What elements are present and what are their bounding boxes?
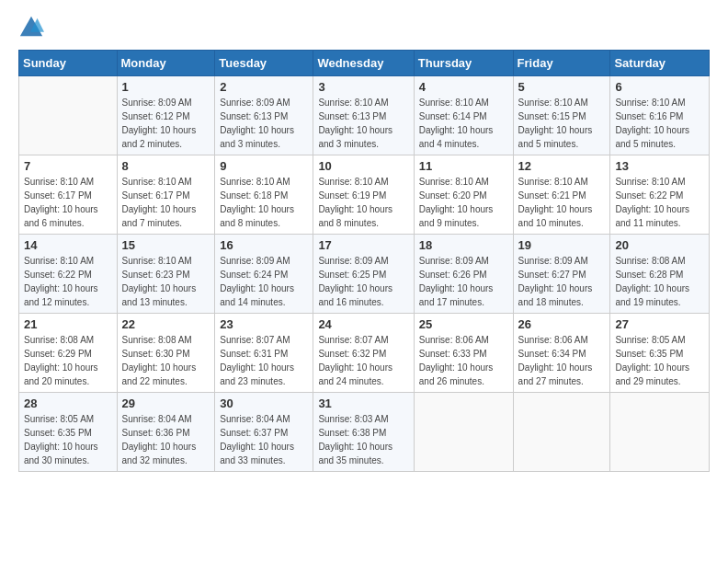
calendar-cell: 25Sunrise: 8:06 AMSunset: 6:33 PMDayligh… [414, 314, 513, 393]
day-number: 9 [220, 159, 308, 173]
day-number: 20 [615, 238, 704, 252]
day-of-week-header: Monday [117, 51, 215, 76]
calendar-cell: 30Sunrise: 8:04 AMSunset: 6:37 PMDayligh… [215, 393, 313, 472]
calendar-cell: 31Sunrise: 8:03 AMSunset: 6:38 PMDayligh… [313, 393, 414, 472]
day-info: Sunrise: 8:05 AMSunset: 6:35 PMDaylight:… [24, 412, 112, 467]
calendar-cell: 28Sunrise: 8:05 AMSunset: 6:35 PMDayligh… [19, 393, 118, 472]
calendar-week-row: 1Sunrise: 8:09 AMSunset: 6:12 PMDaylight… [19, 76, 710, 155]
day-number: 4 [419, 80, 508, 94]
calendar-week-row: 14Sunrise: 8:10 AMSunset: 6:22 PMDayligh… [19, 235, 710, 314]
day-number: 26 [518, 317, 606, 331]
calendar-cell: 16Sunrise: 8:09 AMSunset: 6:24 PMDayligh… [215, 235, 313, 314]
day-of-week-header: Tuesday [215, 51, 313, 76]
calendar-cell: 6Sunrise: 8:10 AMSunset: 6:16 PMDaylight… [610, 76, 710, 155]
day-info: Sunrise: 8:09 AMSunset: 6:26 PMDaylight:… [419, 254, 508, 309]
day-info: Sunrise: 8:04 AMSunset: 6:36 PMDaylight:… [122, 412, 210, 467]
logo [18, 15, 48, 40]
day-number: 7 [24, 159, 112, 173]
day-info: Sunrise: 8:10 AMSunset: 6:17 PMDaylight:… [24, 175, 112, 230]
day-info: Sunrise: 8:06 AMSunset: 6:33 PMDaylight:… [419, 333, 508, 388]
calendar-header-row: SundayMondayTuesdayWednesdayThursdayFrid… [19, 51, 710, 76]
day-number: 10 [318, 159, 408, 173]
day-number: 1 [122, 80, 210, 94]
calendar-cell: 1Sunrise: 8:09 AMSunset: 6:12 PMDaylight… [117, 76, 215, 155]
day-info: Sunrise: 8:10 AMSunset: 6:17 PMDaylight:… [122, 175, 210, 230]
day-number: 2 [220, 80, 308, 94]
calendar-cell [19, 76, 118, 155]
calendar-cell: 3Sunrise: 8:10 AMSunset: 6:13 PMDaylight… [313, 76, 414, 155]
day-info: Sunrise: 8:10 AMSunset: 6:21 PMDaylight:… [518, 175, 606, 230]
day-info: Sunrise: 8:08 AMSunset: 6:28 PMDaylight:… [615, 254, 704, 309]
day-of-week-header: Wednesday [313, 51, 414, 76]
day-number: 17 [318, 238, 408, 252]
day-number: 25 [419, 317, 508, 331]
calendar-cell [610, 393, 710, 472]
day-info: Sunrise: 8:09 AMSunset: 6:24 PMDaylight:… [220, 254, 308, 309]
calendar-cell: 2Sunrise: 8:09 AMSunset: 6:13 PMDaylight… [215, 76, 313, 155]
day-info: Sunrise: 8:09 AMSunset: 6:27 PMDaylight:… [518, 254, 606, 309]
day-info: Sunrise: 8:10 AMSunset: 6:22 PMDaylight:… [24, 254, 112, 309]
day-info: Sunrise: 8:10 AMSunset: 6:13 PMDaylight:… [318, 96, 408, 151]
day-info: Sunrise: 8:10 AMSunset: 6:22 PMDaylight:… [615, 175, 704, 230]
calendar-cell: 19Sunrise: 8:09 AMSunset: 6:27 PMDayligh… [513, 235, 610, 314]
calendar-cell: 10Sunrise: 8:10 AMSunset: 6:19 PMDayligh… [313, 155, 414, 235]
logo-icon [18, 15, 44, 40]
day-info: Sunrise: 8:07 AMSunset: 6:32 PMDaylight:… [318, 333, 408, 388]
day-number: 30 [220, 396, 308, 410]
calendar-cell: 23Sunrise: 8:07 AMSunset: 6:31 PMDayligh… [215, 314, 313, 393]
day-info: Sunrise: 8:10 AMSunset: 6:20 PMDaylight:… [419, 175, 508, 230]
calendar-week-row: 7Sunrise: 8:10 AMSunset: 6:17 PMDaylight… [19, 155, 710, 235]
day-number: 28 [24, 396, 112, 410]
calendar-cell: 12Sunrise: 8:10 AMSunset: 6:21 PMDayligh… [513, 155, 610, 235]
day-info: Sunrise: 8:06 AMSunset: 6:34 PMDaylight:… [518, 333, 606, 388]
calendar-cell: 7Sunrise: 8:10 AMSunset: 6:17 PMDaylight… [19, 155, 118, 235]
calendar-cell: 4Sunrise: 8:10 AMSunset: 6:14 PMDaylight… [414, 76, 513, 155]
day-number: 23 [220, 317, 308, 331]
calendar-cell: 8Sunrise: 8:10 AMSunset: 6:17 PMDaylight… [117, 155, 215, 235]
calendar-cell: 20Sunrise: 8:08 AMSunset: 6:28 PMDayligh… [610, 235, 710, 314]
page-header [18, 15, 710, 40]
calendar-cell: 21Sunrise: 8:08 AMSunset: 6:29 PMDayligh… [19, 314, 118, 393]
day-number: 8 [122, 159, 210, 173]
day-number: 27 [615, 317, 704, 331]
calendar-cell: 14Sunrise: 8:10 AMSunset: 6:22 PMDayligh… [19, 235, 118, 314]
calendar-cell: 13Sunrise: 8:10 AMSunset: 6:22 PMDayligh… [610, 155, 710, 235]
calendar-cell [414, 393, 513, 472]
day-info: Sunrise: 8:09 AMSunset: 6:25 PMDaylight:… [318, 254, 408, 309]
day-of-week-header: Sunday [19, 51, 118, 76]
calendar-cell: 26Sunrise: 8:06 AMSunset: 6:34 PMDayligh… [513, 314, 610, 393]
calendar-cell: 5Sunrise: 8:10 AMSunset: 6:15 PMDaylight… [513, 76, 610, 155]
day-info: Sunrise: 8:10 AMSunset: 6:14 PMDaylight:… [419, 96, 508, 151]
day-of-week-header: Friday [513, 51, 610, 76]
day-info: Sunrise: 8:10 AMSunset: 6:16 PMDaylight:… [615, 96, 704, 151]
day-number: 31 [318, 396, 408, 410]
calendar-week-row: 21Sunrise: 8:08 AMSunset: 6:29 PMDayligh… [19, 314, 710, 393]
calendar-cell: 9Sunrise: 8:10 AMSunset: 6:18 PMDaylight… [215, 155, 313, 235]
day-number: 18 [419, 238, 508, 252]
day-number: 12 [518, 159, 606, 173]
day-info: Sunrise: 8:08 AMSunset: 6:30 PMDaylight:… [122, 333, 210, 388]
day-number: 13 [615, 159, 704, 173]
day-info: Sunrise: 8:10 AMSunset: 6:18 PMDaylight:… [220, 175, 308, 230]
day-number: 24 [318, 317, 408, 331]
day-info: Sunrise: 8:08 AMSunset: 6:29 PMDaylight:… [24, 333, 112, 388]
day-of-week-header: Saturday [610, 51, 710, 76]
calendar-cell: 18Sunrise: 8:09 AMSunset: 6:26 PMDayligh… [414, 235, 513, 314]
day-info: Sunrise: 8:03 AMSunset: 6:38 PMDaylight:… [318, 412, 408, 467]
day-info: Sunrise: 8:10 AMSunset: 6:19 PMDaylight:… [318, 175, 408, 230]
day-number: 11 [419, 159, 508, 173]
calendar-cell: 15Sunrise: 8:10 AMSunset: 6:23 PMDayligh… [117, 235, 215, 314]
day-number: 19 [518, 238, 606, 252]
day-info: Sunrise: 8:10 AMSunset: 6:23 PMDaylight:… [122, 254, 210, 309]
day-info: Sunrise: 8:04 AMSunset: 6:37 PMDaylight:… [220, 412, 308, 467]
calendar-cell: 29Sunrise: 8:04 AMSunset: 6:36 PMDayligh… [117, 393, 215, 472]
day-info: Sunrise: 8:05 AMSunset: 6:35 PMDaylight:… [615, 333, 704, 388]
calendar-cell [513, 393, 610, 472]
day-info: Sunrise: 8:09 AMSunset: 6:12 PMDaylight:… [122, 96, 210, 151]
day-of-week-header: Thursday [414, 51, 513, 76]
day-number: 5 [518, 80, 606, 94]
calendar-cell: 17Sunrise: 8:09 AMSunset: 6:25 PMDayligh… [313, 235, 414, 314]
day-number: 15 [122, 238, 210, 252]
day-number: 16 [220, 238, 308, 252]
calendar-cell: 11Sunrise: 8:10 AMSunset: 6:20 PMDayligh… [414, 155, 513, 235]
